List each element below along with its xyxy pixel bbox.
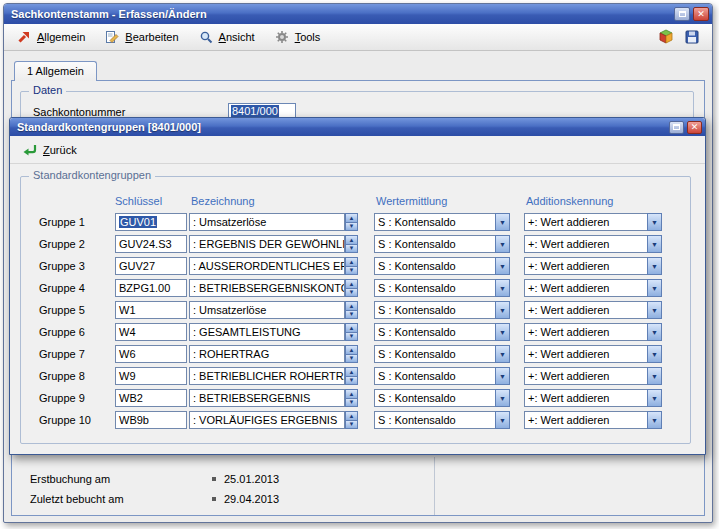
group-label: Gruppe 6: [39, 326, 115, 338]
zurueck-button[interactable]: Zurück: [18, 139, 85, 161]
additionskennung-combo[interactable]: +: Wert addieren▼: [524, 279, 662, 297]
schluessel-spinner[interactable]: ▲▼: [345, 301, 358, 319]
dropdown-arrow-icon[interactable]: ▼: [495, 323, 510, 341]
schluessel-input[interactable]: W1: [115, 301, 187, 319]
schluessel-spinner[interactable]: ▲▼: [345, 257, 358, 275]
spinner-up-icon[interactable]: ▲: [345, 323, 358, 332]
grid-row: Gruppe 3GUV27: AUSSERORDENTLICHES ERGEBN…: [39, 257, 690, 275]
spinner-down-icon[interactable]: ▼: [345, 244, 358, 254]
wertermittlung-combo[interactable]: S : Kontensaldo▼: [374, 323, 510, 341]
wertermittlung-combo[interactable]: S : Kontensaldo▼: [374, 411, 510, 429]
dropdown-arrow-icon[interactable]: ▼: [647, 389, 662, 407]
schluessel-spinner[interactable]: ▲▼: [345, 345, 358, 363]
menu-bearbeiten[interactable]: Bearbeiten: [100, 26, 187, 48]
spinner-up-icon[interactable]: ▲: [345, 301, 358, 310]
schluessel-input[interactable]: W6: [115, 345, 187, 363]
dropdown-arrow-icon[interactable]: ▼: [495, 301, 510, 319]
wertermittlung-combo[interactable]: S : Kontensaldo▼: [374, 213, 510, 231]
minimize-button[interactable]: [674, 7, 690, 21]
schluessel-input[interactable]: GUV01: [115, 213, 187, 231]
dropdown-arrow-icon[interactable]: ▼: [495, 389, 510, 407]
wertermittlung-combo[interactable]: S : Kontensaldo▼: [374, 301, 510, 319]
spinner-down-icon[interactable]: ▼: [345, 376, 358, 386]
dropdown-arrow-icon[interactable]: ▼: [495, 367, 510, 385]
spinner-down-icon[interactable]: ▼: [345, 398, 358, 408]
spinner-up-icon[interactable]: ▲: [345, 389, 358, 398]
tab-allgemein[interactable]: 1 Allgemein: [14, 61, 97, 81]
spinner-up-icon[interactable]: ▲: [345, 411, 358, 420]
dropdown-arrow-icon[interactable]: ▼: [647, 345, 662, 363]
dropdown-arrow-icon[interactable]: ▼: [647, 213, 662, 231]
package-cube-icon[interactable]: [658, 29, 674, 45]
dropdown-arrow-icon[interactable]: ▼: [495, 257, 510, 275]
save-icon[interactable]: [684, 29, 700, 45]
spinner-up-icon[interactable]: ▲: [345, 367, 358, 376]
schluessel-input[interactable]: BZPG1.00: [115, 279, 187, 297]
additionskennung-combo[interactable]: +: Wert addieren▼: [524, 235, 662, 253]
spinner-up-icon[interactable]: ▲: [345, 345, 358, 354]
menu-ansicht[interactable]: Ansicht: [194, 26, 264, 48]
schluessel-input[interactable]: W9: [115, 367, 187, 385]
group-label: Gruppe 4: [39, 282, 115, 294]
spinner-down-icon[interactable]: ▼: [345, 354, 358, 364]
schluessel-input[interactable]: W4: [115, 323, 187, 341]
dropdown-arrow-icon[interactable]: ▼: [495, 411, 510, 429]
dropdown-arrow-icon[interactable]: ▼: [495, 345, 510, 363]
additionskennung-combo[interactable]: +: Wert addieren▼: [524, 323, 662, 341]
additionskennung-combo[interactable]: +: Wert addieren▼: [524, 345, 662, 363]
wertermittlung-combo[interactable]: S : Kontensaldo▼: [374, 367, 510, 385]
dropdown-arrow-icon[interactable]: ▼: [647, 257, 662, 275]
dialog-close-button[interactable]: ✕: [687, 121, 702, 134]
spinner-down-icon[interactable]: ▼: [345, 310, 358, 320]
wertermittlung-combo[interactable]: S : Kontensaldo▼: [374, 389, 510, 407]
schluessel-spinner[interactable]: ▲▼: [345, 411, 358, 429]
schluessel-input[interactable]: WB9b: [115, 411, 187, 429]
spinner-down-icon[interactable]: ▼: [345, 266, 358, 276]
menu-allgemein-label: Allgemein: [37, 31, 85, 43]
spinner-down-icon[interactable]: ▼: [345, 420, 358, 430]
bullet-icon: [212, 477, 216, 481]
spinner-down-icon[interactable]: ▼: [345, 222, 358, 232]
dropdown-arrow-icon[interactable]: ▼: [647, 323, 662, 341]
wertermittlung-combo[interactable]: S : Kontensaldo▼: [374, 235, 510, 253]
minimize-icon: [679, 11, 686, 17]
dropdown-arrow-icon[interactable]: ▼: [647, 279, 662, 297]
spinner-up-icon[interactable]: ▲: [345, 279, 358, 288]
schluessel-spinner[interactable]: ▲▼: [345, 279, 358, 297]
zuletzt-bebucht-value: 29.04.2013: [224, 493, 279, 505]
additionskennung-combo[interactable]: +: Wert addieren▼: [524, 213, 662, 231]
main-titlebar: Sachkontenstamm - Erfassen/Ändern ✕: [4, 4, 712, 24]
schluessel-spinner[interactable]: ▲▼: [345, 389, 358, 407]
spinner-down-icon[interactable]: ▼: [345, 332, 358, 342]
dropdown-arrow-icon[interactable]: ▼: [495, 279, 510, 297]
additionskennung-combo[interactable]: +: Wert addieren▼: [524, 411, 662, 429]
dialog-minimize-button[interactable]: [669, 121, 684, 134]
additionskennung-combo[interactable]: +: Wert addieren▼: [524, 301, 662, 319]
menu-tools[interactable]: Tools: [270, 26, 330, 48]
wertermittlung-combo[interactable]: S : Kontensaldo▼: [374, 345, 510, 363]
additionskennung-combo[interactable]: +: Wert addieren▼: [524, 367, 662, 385]
spinner-up-icon[interactable]: ▲: [345, 235, 358, 244]
wertermittlung-combo[interactable]: S : Kontensaldo▼: [374, 257, 510, 275]
schluessel-spinner[interactable]: ▲▼: [345, 213, 358, 231]
schluessel-input[interactable]: GUV24.S3: [115, 235, 187, 253]
additionskennung-combo[interactable]: +: Wert addieren▼: [524, 389, 662, 407]
spinner-down-icon[interactable]: ▼: [345, 288, 358, 298]
additionskennung-combo[interactable]: +: Wert addieren▼: [524, 257, 662, 275]
dropdown-arrow-icon[interactable]: ▼: [495, 235, 510, 253]
schluessel-spinner[interactable]: ▲▼: [345, 323, 358, 341]
schluessel-input[interactable]: WB2: [115, 389, 187, 407]
spinner-up-icon[interactable]: ▲: [345, 213, 358, 222]
schluessel-spinner[interactable]: ▲▼: [345, 367, 358, 385]
dropdown-arrow-icon[interactable]: ▼: [495, 213, 510, 231]
schluessel-spinner[interactable]: ▲▼: [345, 235, 358, 253]
dropdown-arrow-icon[interactable]: ▼: [647, 301, 662, 319]
wertermittlung-combo[interactable]: S : Kontensaldo▼: [374, 279, 510, 297]
schluessel-input[interactable]: GUV27: [115, 257, 187, 275]
spinner-up-icon[interactable]: ▲: [345, 257, 358, 266]
menu-allgemein[interactable]: Allgemein: [12, 26, 94, 48]
dropdown-arrow-icon[interactable]: ▼: [647, 235, 662, 253]
dropdown-arrow-icon[interactable]: ▼: [647, 367, 662, 385]
dropdown-arrow-icon[interactable]: ▼: [647, 411, 662, 429]
close-button[interactable]: ✕: [693, 7, 709, 21]
